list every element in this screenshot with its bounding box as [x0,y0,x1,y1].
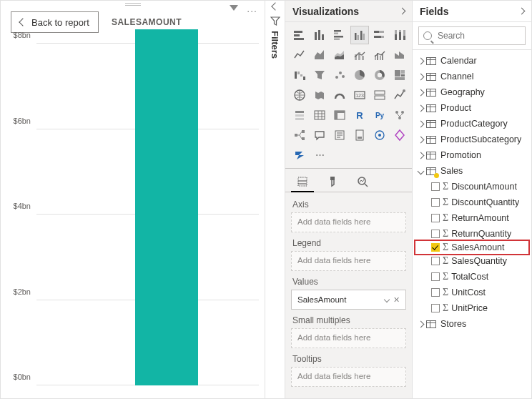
donut-chart-icon[interactable] [371,66,388,84]
table-icon [426,152,436,159]
ribbon-chart-icon[interactable] [391,46,408,64]
svg-rect-11 [358,35,360,40]
field-row[interactable]: ΣSalesQuantity [415,253,528,269]
svg-point-70 [378,134,381,137]
visual-header-icons: ··· [230,5,257,16]
line-clustered-column-icon[interactable] [371,46,388,64]
filter-icon[interactable] [230,5,240,15]
filters-pane-collapsed[interactable]: Filters [265,1,285,398]
stacked-area-icon[interactable] [331,46,348,64]
analytics-tab[interactable] [354,173,371,190]
gauge-icon[interactable] [331,87,348,104]
table-row[interactable]: ProductSubcategory [415,132,528,147]
svg-rect-64 [302,130,305,133]
key-influencers-icon[interactable] [391,107,408,124]
field-row[interactable]: ΣDiscountQuantity [415,194,528,210]
matrix-icon[interactable] [331,107,348,124]
python-visual-icon[interactable]: Py [371,107,388,124]
axis-well[interactable]: Add data fields here [291,212,406,232]
chevron-right-icon[interactable] [518,8,526,15]
small-multiples-well[interactable]: Add data fields here [291,328,406,348]
stacked-column-icon[interactable] [311,26,328,44]
drag-handle-icon[interactable] [125,3,141,6]
stacked-column-100-icon[interactable] [391,26,408,44]
values-well-field: SalesAmount [297,295,346,304]
field-checkbox[interactable] [431,304,440,312]
more-visuals-icon[interactable]: ⋯ [311,147,328,164]
treemap-icon[interactable] [391,66,408,84]
field-checkbox[interactable] [431,243,440,252]
clustered-column-icon[interactable] [351,26,368,44]
svg-rect-43 [401,74,405,77]
table-row[interactable]: Product [415,100,528,116]
fields-title: Fields [420,6,448,17]
chevron-right-icon[interactable] [399,8,406,15]
table-icon [426,136,436,144]
y-tick: $8bn [14,31,31,39]
more-options-icon[interactable]: ··· [247,5,257,16]
chevron-down-icon[interactable] [384,297,390,302]
fields-tab[interactable] [294,173,311,190]
chevron-icon [418,136,425,143]
field-checkbox[interactable] [431,230,440,238]
table-icon[interactable] [311,107,328,124]
stacked-bar-100-icon[interactable] [371,26,388,44]
field-row[interactable]: ΣUnitCost [415,285,528,300]
kpi-icon[interactable] [391,87,408,104]
paginated-report-icon[interactable] [351,127,368,144]
arcgis-map-icon[interactable] [371,127,388,144]
clustered-bar-icon[interactable] [331,26,348,44]
table-row[interactable]: Geography [415,84,528,100]
remove-field-icon[interactable]: ✕ [393,295,400,305]
field-checkbox[interactable] [431,288,440,297]
format-tab[interactable] [324,173,341,190]
decomposition-tree-icon[interactable] [291,127,308,144]
line-chart-icon[interactable] [291,46,308,64]
card-icon[interactable]: 123 [351,87,368,104]
pie-chart-icon[interactable] [351,66,368,84]
table-row[interactable]: Calendar [415,53,528,69]
svg-rect-3 [315,32,317,40]
table-row[interactable]: Channel [415,69,528,84]
table-row[interactable]: Stores [415,316,528,332]
field-checkbox[interactable] [431,257,440,265]
power-apps-icon[interactable] [391,127,408,144]
field-row[interactable]: ΣUnitPrice [415,300,528,316]
svg-point-50 [403,89,405,92]
bar[interactable] [135,29,198,385]
scatter-icon[interactable] [331,66,348,84]
field-checkbox[interactable] [431,198,440,207]
chevron-left-icon [271,2,279,10]
table-row[interactable]: Sales [415,163,528,179]
area-chart-icon[interactable] [311,46,328,64]
waterfall-icon[interactable] [291,66,308,84]
legend-well[interactable]: Add data fields here [291,251,406,271]
qa-visual-icon[interactable] [311,127,328,144]
slicer-icon[interactable] [291,107,308,124]
funnel-chart-icon[interactable] [311,66,328,84]
r-visual-icon[interactable]: R [351,107,368,124]
map-icon[interactable] [291,87,308,104]
visualizations-panel: Visualizations [285,1,413,398]
back-to-report-button[interactable]: Back to report [11,11,99,33]
tooltips-well[interactable]: Add data fields here [291,367,406,387]
svg-rect-41 [395,70,400,77]
field-row[interactable]: ΣDiscountAmount [415,179,528,194]
smart-narrative-icon[interactable] [331,127,348,144]
values-well[interactable]: SalesAmount ✕ [291,290,406,310]
filled-map-icon[interactable] [311,87,328,104]
table-row[interactable]: Promotion [415,147,528,163]
stacked-bar-icon[interactable] [291,26,308,44]
search-input[interactable] [418,26,526,45]
line-stacked-column-icon[interactable] [351,46,368,64]
field-checkbox[interactable] [431,214,440,222]
power-automate-icon[interactable] [291,147,308,164]
field-checkbox[interactable] [431,182,440,191]
field-row[interactable]: ΣTotalCost [415,269,528,285]
field-checkbox[interactable] [431,272,440,281]
table-row[interactable]: ProductCategory [415,116,528,132]
multirow-card-icon[interactable] [371,87,388,104]
sigma-icon: Σ [443,271,448,282]
table-icon [426,73,436,81]
field-row[interactable]: ΣReturnAmount [415,210,528,226]
